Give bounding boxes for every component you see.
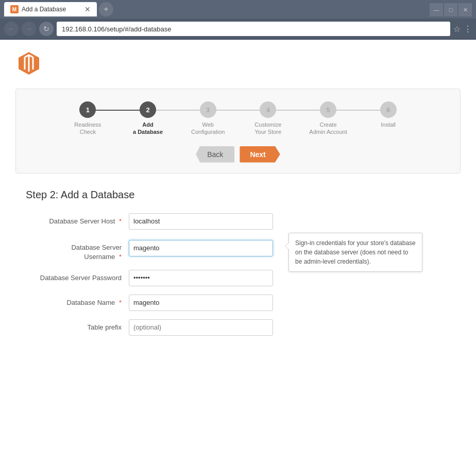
- restore-button[interactable]: □: [444, 3, 457, 16]
- forward-nav-button[interactable]: →: [22, 22, 36, 36]
- tab-close-button[interactable]: ✕: [80, 5, 91, 13]
- step-3-label: WebConfiguration: [191, 121, 225, 136]
- address-bar[interactable]: [57, 22, 450, 36]
- db-password-input[interactable]: [129, 270, 273, 286]
- required-star-dbname: *: [119, 299, 122, 306]
- tab-favicon: M: [10, 5, 19, 13]
- bookmark-button[interactable]: ☆: [453, 24, 461, 34]
- step-3: 3 WebConfiguration: [178, 101, 238, 136]
- form-row-prefix: Table prefix: [26, 319, 450, 336]
- reload-button[interactable]: ↻: [39, 22, 54, 36]
- close-window-button[interactable]: ✕: [458, 3, 472, 16]
- step-5-circle: 5: [320, 101, 336, 118]
- page-body: 1 ReadinessCheck 2 Adda Database 3 WebCo…: [0, 40, 476, 446]
- required-star-host: *: [119, 217, 122, 225]
- browser-toolbar: ← → ↻ ☆ ⋮: [0, 19, 476, 39]
- step-5-label: CreateAdmin Account: [309, 121, 347, 136]
- browser-chrome: M Add a Database ✕ + — □ ✕ ← → ↻ ☆ ⋮: [0, 0, 476, 40]
- step-6: 6 Install: [358, 101, 418, 128]
- next-button[interactable]: Next: [240, 146, 280, 163]
- step-4-label: CustomizeYour Store: [254, 121, 281, 136]
- browser-titlebar: M Add a Database ✕ + — □ ✕: [0, 0, 476, 19]
- step-title: Step 2: Add a Database: [26, 189, 450, 201]
- back-nav-button[interactable]: ←: [4, 22, 19, 36]
- form-row-host: Database Server Host *: [26, 213, 450, 230]
- step-1-label: ReadinessCheck: [74, 121, 101, 136]
- form-row-dbname: Database Name *: [26, 295, 450, 311]
- form-row-username: Database ServerUsername * Sign-in creden…: [26, 238, 450, 262]
- stepper-row: 1 ReadinessCheck 2 Adda Database 3 WebCo…: [58, 101, 418, 136]
- tab-title: Add a Database: [22, 6, 66, 13]
- label-db-password: Database Server Password: [26, 273, 129, 283]
- step-6-label: Install: [381, 121, 396, 128]
- username-tooltip: Sign-in credentials for your store's dat…: [288, 233, 422, 272]
- form-section: Step 2: Add a Database Database Server H…: [15, 189, 461, 336]
- minimize-button[interactable]: —: [430, 3, 443, 16]
- new-tab-button[interactable]: +: [99, 2, 113, 16]
- step-1: 1 ReadinessCheck: [58, 101, 118, 136]
- form-row-password: Database Server Password: [26, 270, 450, 286]
- step-4: 4 CustomizeYour Store: [238, 101, 298, 136]
- step-2-circle: 2: [140, 101, 156, 118]
- step-4-circle: 4: [260, 101, 276, 118]
- label-db-name: Database Name *: [26, 298, 129, 307]
- db-host-input[interactable]: [129, 213, 273, 230]
- label-db-prefix: Table prefix: [26, 323, 129, 332]
- required-star-username: *: [119, 253, 122, 261]
- label-db-host: Database Server Host *: [26, 217, 129, 226]
- db-username-input[interactable]: [129, 240, 273, 256]
- browser-tab[interactable]: M Add a Database ✕: [4, 2, 97, 16]
- step-2-label: Adda Database: [133, 121, 163, 136]
- window-controls: — □ ✕: [430, 3, 472, 16]
- step-2: 2 Adda Database: [118, 101, 178, 136]
- step-6-circle: 6: [380, 101, 397, 118]
- db-prefix-input[interactable]: [129, 319, 273, 336]
- stepper-section: 1 ReadinessCheck 2 Adda Database 3 WebCo…: [15, 89, 461, 174]
- back-button[interactable]: Back: [196, 146, 234, 163]
- label-db-username: Database ServerUsername *: [26, 240, 129, 262]
- step-3-circle: 3: [200, 101, 216, 118]
- db-name-input[interactable]: [129, 295, 273, 311]
- stepper-buttons: Back Next: [26, 146, 450, 163]
- step-1-circle: 1: [79, 101, 96, 118]
- menu-button[interactable]: ⋮: [464, 24, 472, 34]
- step-5: 5 CreateAdmin Account: [298, 101, 359, 136]
- magento-logo: [15, 50, 461, 89]
